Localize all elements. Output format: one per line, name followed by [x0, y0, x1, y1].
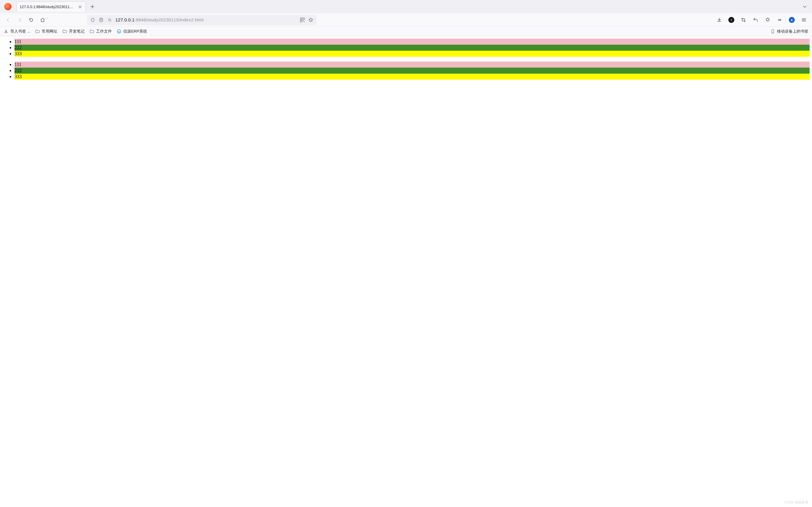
- reload-button[interactable]: [27, 15, 36, 24]
- url-path: :8848/study20230115/index2.html: [135, 17, 203, 22]
- list-all-tabs-icon[interactable]: [801, 2, 809, 11]
- undo-icon[interactable]: [751, 15, 760, 24]
- permissions-icon[interactable]: [107, 17, 112, 23]
- svg-point-11: [772, 32, 773, 33]
- list-item: 111: [14, 39, 810, 45]
- list-item: 333: [14, 51, 810, 57]
- list-item: 333: [14, 74, 810, 80]
- bookmark-label: 开发笔记: [69, 29, 85, 34]
- bookmark-import[interactable]: 导入书签 ...: [3, 28, 31, 35]
- forward-button[interactable]: [15, 15, 24, 24]
- list-item: 222: [14, 68, 810, 74]
- list-2: 111 222 333: [2, 62, 810, 80]
- screenshot-crop-icon[interactable]: [739, 15, 748, 24]
- svg-rect-4: [303, 18, 305, 19]
- folder-icon: [62, 29, 67, 34]
- bookmarks-bar: 导入书签 ... 常用网址 开发笔记 工作文件 信源ERP系统 移动设备上的书签: [0, 26, 812, 36]
- back-button[interactable]: [4, 15, 13, 24]
- list-item: 111: [14, 62, 810, 68]
- app-menu-button[interactable]: [799, 15, 808, 24]
- erp-favicon: [117, 29, 121, 34]
- bookmark-mobile[interactable]: 移动设备上的书签: [770, 28, 809, 35]
- bookmark-label: 工作文件: [96, 29, 112, 34]
- url-text[interactable]: 127.0.0.1:8848/study20230115/index2.html: [115, 17, 297, 22]
- list-1: 111 222 333: [2, 39, 810, 57]
- bookmark-label: 移动设备上的书签: [777, 29, 808, 34]
- extensions-button[interactable]: [763, 15, 772, 24]
- home-button[interactable]: [38, 15, 47, 24]
- nav-left-group: [4, 15, 47, 24]
- bookmark-star-icon[interactable]: [308, 17, 314, 23]
- nav-toolbar: 127.0.0.1:8848/study20230115/index2.html…: [0, 13, 812, 26]
- svg-rect-0: [100, 18, 102, 22]
- mobile-device-icon: [770, 29, 775, 34]
- bookmark-label: 导入书签 ...: [10, 29, 30, 34]
- bookmark-folder-common[interactable]: 常用网址: [35, 28, 58, 35]
- url-bar[interactable]: 127.0.0.1:8848/study20230115/index2.html: [87, 15, 317, 25]
- bookmark-folder-devnotes[interactable]: 开发笔记: [62, 28, 85, 35]
- folder-icon: [35, 29, 40, 34]
- svg-rect-7: [304, 21, 305, 22]
- bookmark-label: 常用网址: [42, 29, 57, 34]
- tab-bar: 127.0.0.1:8848/study20230115/index2.html: [0, 0, 812, 13]
- shield-icon[interactable]: [90, 17, 95, 23]
- folder-icon: [89, 29, 94, 34]
- bookmark-label: 信源ERP系统: [123, 29, 147, 34]
- extension-icon-1[interactable]: ●: [727, 15, 736, 24]
- new-tab-button[interactable]: [88, 2, 97, 11]
- browser-tab[interactable]: 127.0.0.1:8848/study20230115/index2.html: [16, 1, 86, 12]
- svg-point-8: [805, 18, 806, 19]
- svg-rect-6: [303, 20, 304, 21]
- list-item: 222: [14, 45, 810, 51]
- firefox-logo: [4, 3, 11, 10]
- bookmark-erp[interactable]: 信源ERP系统: [116, 28, 148, 35]
- tab-title: 127.0.0.1:8848/study20230115/index2.html: [20, 5, 75, 9]
- qr-icon[interactable]: [300, 17, 305, 23]
- infinity-icon[interactable]: [775, 15, 784, 24]
- page-info-icon[interactable]: [98, 17, 104, 23]
- downloads-button[interactable]: [715, 15, 724, 24]
- page-content: 111 222 333 111 222 333: [0, 36, 812, 87]
- close-tab-icon[interactable]: [78, 5, 83, 9]
- import-icon: [4, 29, 8, 34]
- url-host: 127.0.0.1: [115, 17, 135, 22]
- bookmark-folder-workfiles[interactable]: 工作文件: [89, 28, 112, 35]
- extension-icon-2[interactable]: ▲: [787, 15, 796, 24]
- svg-point-9: [117, 30, 121, 33]
- svg-rect-5: [300, 20, 302, 22]
- svg-rect-3: [300, 18, 302, 19]
- nav-right-group: ● ▲: [715, 15, 808, 24]
